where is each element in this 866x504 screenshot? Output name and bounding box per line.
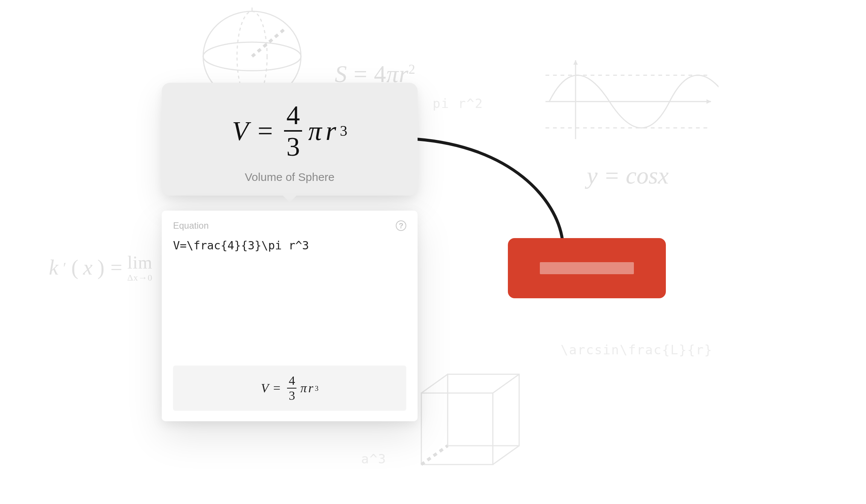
bg-cos-formula: y = cosx bbox=[587, 162, 668, 190]
bg-cube-code: a^3 bbox=[361, 451, 386, 466]
preview-den: 3 bbox=[287, 389, 296, 402]
svg-line-13 bbox=[421, 374, 448, 393]
equation-editor-panel: Equation ? V=\frac{4}{3}\pi r^3 V = 4 3 … bbox=[162, 211, 418, 421]
bg-derivative-formula: k′(x) = lim Δx→0 bbox=[49, 252, 153, 283]
svg-rect-11 bbox=[421, 393, 493, 465]
svg-line-14 bbox=[493, 374, 519, 393]
lim-sub: Δx→0 bbox=[127, 273, 152, 283]
formula-caption: Volume of Sphere bbox=[245, 171, 335, 184]
lim-text: lim bbox=[127, 252, 152, 273]
preview-V: V bbox=[261, 381, 269, 395]
equation-input[interactable]: V=\frac{4}{3}\pi r^3 bbox=[173, 235, 406, 362]
formula-equals: = bbox=[258, 115, 273, 147]
preview-num: 4 bbox=[287, 374, 296, 389]
preview-exp: 3 bbox=[315, 384, 319, 393]
formula-preview-card: V = 4 3 π r 3 Volume of Sphere bbox=[162, 83, 418, 196]
bg-surface-code-fragment: pi r^2 bbox=[433, 96, 483, 111]
formula-r: r bbox=[325, 115, 336, 147]
bg-arcsin-code: \arcsin\frac{L}{r} bbox=[561, 342, 713, 357]
preview-r: r bbox=[308, 381, 313, 395]
fraction-numerator: 4 bbox=[284, 102, 302, 132]
fraction-denominator: 3 bbox=[284, 132, 302, 160]
help-icon[interactable]: ? bbox=[396, 220, 406, 231]
svg-line-15 bbox=[493, 446, 519, 465]
rendered-formula: V = 4 3 π r 3 bbox=[232, 102, 348, 160]
formula-exponent: 3 bbox=[340, 122, 347, 140]
background-decorations: S = 4πr2 pi r^2 y = cosx k′(x) = lim Δx→… bbox=[0, 0, 866, 504]
preview-fraction: 4 3 bbox=[287, 374, 296, 402]
equation-block-placeholder bbox=[540, 262, 634, 274]
help-symbol: ? bbox=[399, 222, 403, 230]
equation-preview-formula: V = 4 3 π r 3 bbox=[261, 374, 318, 402]
formula-var-V: V bbox=[232, 115, 249, 147]
cosine-plot-icon bbox=[538, 56, 719, 147]
svg-line-16 bbox=[421, 446, 448, 465]
card-pointer-icon bbox=[282, 195, 297, 202]
equation-preview-box: V = 4 3 π r 3 bbox=[173, 366, 406, 411]
formula-pi: π bbox=[308, 115, 322, 147]
preview-eq: = bbox=[273, 381, 280, 395]
editor-header: Equation ? bbox=[173, 220, 406, 231]
svg-marker-8 bbox=[573, 60, 578, 65]
cube-wireframe-icon bbox=[410, 367, 530, 487]
svg-rect-12 bbox=[448, 374, 519, 446]
equation-block[interactable] bbox=[508, 238, 666, 298]
svg-marker-6 bbox=[706, 99, 711, 104]
editor-label: Equation bbox=[173, 220, 209, 231]
formula-fraction: 4 3 bbox=[284, 102, 302, 160]
preview-pi: π bbox=[300, 381, 307, 395]
